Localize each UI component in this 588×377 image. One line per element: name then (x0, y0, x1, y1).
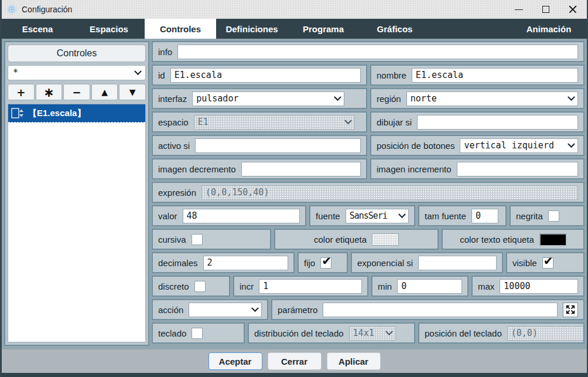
cursiva-checkbox[interactable] (192, 234, 203, 245)
dibujar-si-input[interactable] (417, 115, 578, 130)
imagen-decremento-input[interactable] (241, 162, 361, 176)
field-region: región norte (370, 88, 584, 109)
maximize-button[interactable] (536, 2, 555, 17)
tab-bar: Escena Espacios Controles Definiciones P… (2, 19, 587, 39)
teclado-checkbox[interactable] (192, 328, 203, 339)
distribucion-teclado-label: distribución del teclado (254, 328, 344, 338)
activo-si-input[interactable] (195, 138, 361, 153)
controls-list-panel: Controles * + ∗ − ▲ ▼ (4, 41, 149, 346)
decimales-input[interactable] (203, 256, 288, 270)
apply-button[interactable]: Aplicar (327, 352, 381, 370)
window-title: Configuración (22, 5, 72, 14)
parametro-label: parámetro (278, 305, 317, 315)
field-posicion-botones: posición de botones vertical izquierd (370, 135, 584, 156)
move-up-button[interactable]: ▲ (91, 84, 118, 100)
accion-select[interactable] (189, 303, 262, 317)
field-min: min (371, 276, 469, 297)
posicion-botones-select[interactable]: vertical izquierd (460, 138, 578, 153)
tab-definiciones[interactable]: Definiciones (216, 19, 288, 39)
discreto-checkbox[interactable] (194, 281, 206, 292)
fuente-select[interactable]: SansSeri (346, 209, 409, 223)
visible-checkbox[interactable] (542, 257, 553, 269)
dibujar-si-label: dibujar si (377, 117, 412, 127)
control-form: info id nombre interfaz pulsad (152, 41, 584, 346)
list-item-control[interactable]: 【E1.escala】 (8, 104, 145, 123)
color-etiqueta-swatch[interactable] (372, 233, 399, 246)
add-control-button[interactable]: + (8, 84, 35, 100)
min-input[interactable] (397, 279, 462, 294)
fijo-checkbox[interactable] (320, 257, 331, 269)
nombre-input[interactable] (412, 68, 578, 83)
field-posicion-teclado: posición del teclado (418, 322, 584, 344)
chevron-down-icon (344, 117, 352, 124)
incr-label: incr (240, 281, 254, 291)
field-negrita: negrita (510, 205, 584, 226)
tab-animacion[interactable]: Animación (511, 19, 587, 39)
move-down-button[interactable]: ▼ (119, 84, 146, 100)
tam-fuente-input[interactable] (471, 209, 498, 223)
color-texto-etiqueta-swatch[interactable] (539, 233, 566, 246)
distribucion-teclado-select: 14x1 (349, 326, 396, 341)
field-tam-fuente: tam fuente (418, 205, 507, 226)
controls-filter-select[interactable]: * (8, 65, 146, 80)
tam-fuente-label: tam fuente (425, 211, 466, 221)
duplicate-control-button[interactable]: ∗ (36, 84, 63, 100)
color-texto-etiqueta-label: color texto etiqueta (460, 235, 534, 244)
incr-input[interactable] (259, 279, 362, 294)
field-color-texto-etiqueta: color texto etiqueta (442, 229, 584, 250)
region-select[interactable]: norte (406, 91, 578, 106)
field-interfaz: interfaz pulsador (152, 88, 367, 109)
spinner-control-icon (11, 108, 23, 118)
field-distribucion-teclado: distribución del teclado 14x1 (248, 322, 415, 344)
interfaz-select[interactable]: pulsador (192, 91, 344, 106)
negrita-checkbox[interactable] (548, 210, 559, 222)
field-fijo: fijo (298, 252, 348, 273)
negrita-label: negrita (516, 211, 543, 221)
chevron-down-icon (251, 304, 259, 312)
close-button[interactable] (563, 2, 582, 17)
fuente-label: fuente (316, 211, 340, 221)
accion-label: acción (158, 305, 183, 315)
expresion-label: expresión (158, 188, 196, 198)
close-dialog-button[interactable]: Cerrar (268, 352, 322, 370)
color-etiqueta-label: color etiqueta (314, 235, 367, 244)
field-info: info (152, 41, 584, 62)
chevron-down-icon (568, 93, 575, 101)
dialog-footer: Aceptar Cerrar Aplicar (2, 349, 587, 373)
info-input[interactable] (177, 45, 578, 59)
tab-escena[interactable]: Escena (2, 19, 73, 39)
valor-input[interactable] (183, 209, 300, 223)
field-color-etiqueta: color etiqueta (274, 229, 439, 250)
accept-button[interactable]: Aceptar (208, 352, 262, 370)
expand-parametro-button[interactable] (563, 303, 578, 317)
tab-espacios[interactable]: Espacios (73, 19, 145, 39)
posicion-teclado-input (507, 326, 584, 341)
id-input[interactable] (170, 68, 361, 83)
chevron-down-icon (398, 210, 406, 218)
list-item-label: 【E1.escala】 (28, 108, 86, 119)
exponencial-si-input[interactable] (418, 256, 497, 270)
parametro-input[interactable] (323, 303, 558, 317)
imagen-incremento-label: imagen incremento (377, 164, 452, 174)
discreto-label: discreto (158, 281, 189, 291)
tab-controles[interactable]: Controles (145, 19, 216, 39)
tab-programa[interactable]: Programa (288, 19, 359, 39)
field-id: id (152, 64, 367, 86)
nombre-label: nombre (377, 70, 406, 80)
visible-label: visible (512, 258, 537, 268)
chevron-down-icon (385, 328, 393, 335)
field-max: max (471, 276, 584, 297)
field-fuente: fuente SansSeri (309, 205, 415, 226)
espacio-label: espacio (158, 117, 189, 127)
minimize-button[interactable] (510, 2, 528, 17)
posicion-botones-label: posición de botones (377, 141, 454, 151)
max-input[interactable] (500, 279, 578, 294)
teclado-label: teclado (158, 328, 186, 338)
close-icon (568, 5, 577, 14)
list-toolbar: + ∗ − ▲ ▼ (8, 84, 146, 100)
remove-control-button[interactable]: − (63, 84, 90, 100)
field-activo-si: activo si (152, 135, 367, 156)
tab-graficos[interactable]: Gráficos (359, 19, 430, 39)
field-exponencial-si: exponencial si (351, 252, 503, 273)
imagen-incremento-input[interactable] (457, 162, 578, 176)
